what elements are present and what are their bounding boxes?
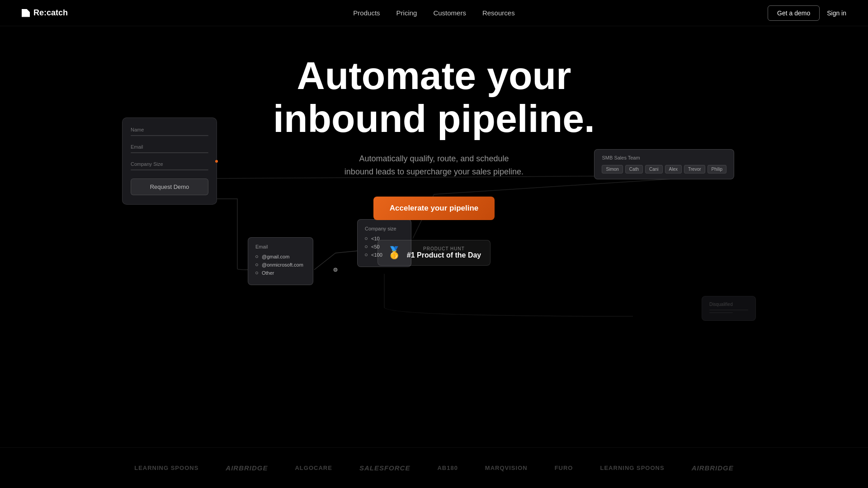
svg-point-5 <box>334 268 337 272</box>
hero-content: Automate your inbound pipeline. Automati… <box>0 54 868 266</box>
logo-ab180: AB180 <box>437 465 458 471</box>
nav-pricing[interactable]: Pricing <box>396 9 417 17</box>
navbar: Re:catch Products Pricing Customers Reso… <box>0 0 868 26</box>
medal-icon: 🥇 <box>387 246 401 260</box>
logo-algocare: algocare <box>295 465 332 471</box>
disqualified-node: Disqualified <box>702 296 756 321</box>
nav-products[interactable]: Products <box>353 9 380 17</box>
hero-cta-block: Accelerate your pipeline 🥇 PRODUCT HUNT … <box>0 197 868 266</box>
disq-bar-1 <box>709 310 748 310</box>
logos-bar: LEARNING SPOONS Airbridge algocare sales… <box>0 447 868 488</box>
disq-bar-2 <box>709 312 733 313</box>
logo-icon <box>22 9 30 17</box>
logo-text: Re:catch <box>33 8 68 18</box>
sign-in-button[interactable]: Sign in <box>827 9 846 17</box>
accelerate-pipeline-button[interactable]: Accelerate your pipeline <box>373 197 495 220</box>
ph-title: #1 Product of the Day <box>407 251 481 259</box>
logo-furo: Furo <box>555 465 573 471</box>
nav-actions: Get a demo Sign in <box>768 5 846 21</box>
hero-section: Name Email Company Size Request Demo Ema… <box>0 0 868 488</box>
hero-subtitle: Automatically qualify, route, and schedu… <box>0 152 868 178</box>
nav-resources[interactable]: Resources <box>482 9 515 17</box>
ph-badge-text: PRODUCT HUNT #1 Product of the Day <box>407 246 481 259</box>
product-hunt-badge: 🥇 PRODUCT HUNT #1 Product of the Day <box>377 240 491 266</box>
email-option-other: Other <box>255 270 306 276</box>
logo-salesforce: salesforce <box>359 464 410 472</box>
nav-links: Products Pricing Customers Resources <box>353 9 514 17</box>
disqualified-label: Disqualified <box>709 302 748 307</box>
logo[interactable]: Re:catch <box>22 8 68 18</box>
logo-learning-spoons-1: LEARNING SPOONS <box>134 465 198 471</box>
logo-airbridge-1: Airbridge <box>226 464 268 472</box>
hero-title: Automate your inbound pipeline. <box>0 54 868 140</box>
logo-marqvision: MARQVISION <box>485 465 528 471</box>
logo-airbridge-2: Airbridge <box>692 464 734 472</box>
get-demo-button[interactable]: Get a demo <box>768 5 820 21</box>
nav-customers[interactable]: Customers <box>433 9 466 17</box>
ph-eyebrow: PRODUCT HUNT <box>407 246 481 251</box>
email-dot-other <box>255 272 258 274</box>
logo-learning-spoons-2: LEARNING SPOONS <box>600 465 665 471</box>
